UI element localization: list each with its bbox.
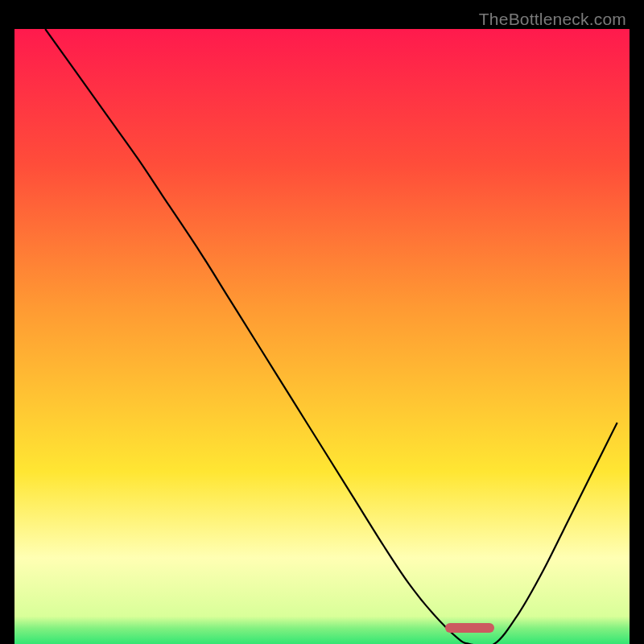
watermark-text: TheBottleneck.com xyxy=(479,10,626,29)
optimal-marker xyxy=(445,623,494,633)
bottleneck-curve xyxy=(14,29,630,644)
chart-frame: TheBottleneck.com xyxy=(6,6,638,638)
plot-area xyxy=(14,29,630,634)
